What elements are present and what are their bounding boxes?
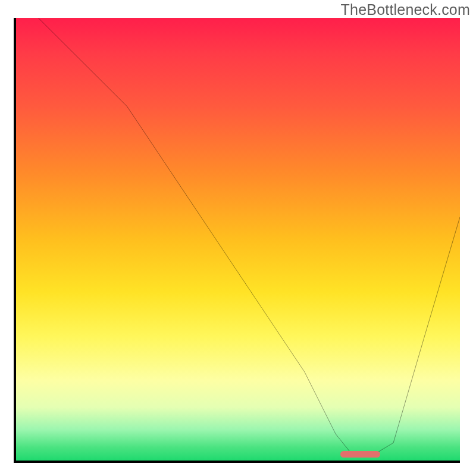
optimal-marker <box>340 451 380 458</box>
bottleneck-curve <box>16 18 460 461</box>
chart-container: TheBottleneck.com <box>0 0 476 476</box>
curve-path <box>38 18 460 456</box>
watermark-text: TheBottleneck.com <box>341 1 470 18</box>
plot-area <box>14 18 460 463</box>
